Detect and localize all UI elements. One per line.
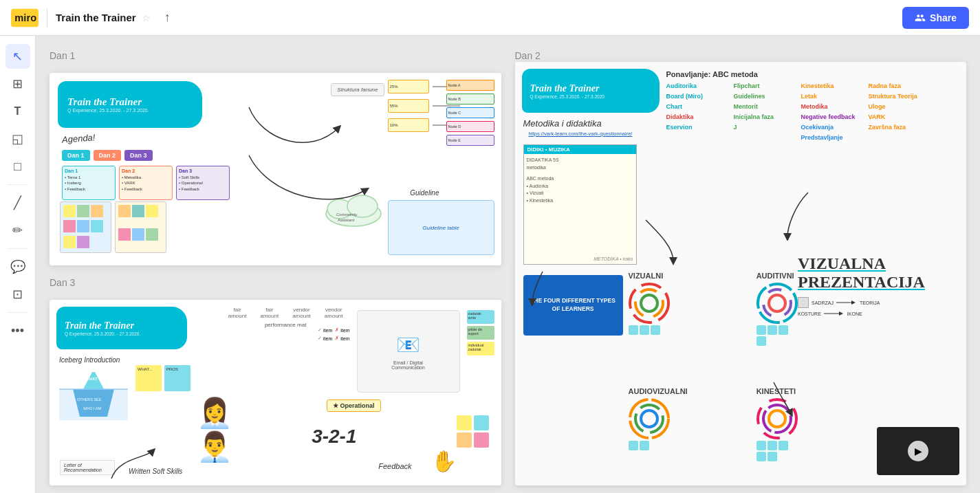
note-tool[interactable]: ◱ xyxy=(6,127,30,151)
canvas-area[interactable]: Dan 1 Train the Trainer Q Experience, 25… xyxy=(36,36,980,493)
dan3-feedback-stickies xyxy=(457,415,494,448)
main-area: ↖ ⊞ T ◱ □ ╱ ✏ 💬 ⊡ ••• Dan 1 xyxy=(0,36,980,493)
dan1-agenda: Agenda! xyxy=(62,132,96,144)
dan1-content: Train the Trainer Q Experience, 25.3.202… xyxy=(50,73,501,265)
dan3-perf-header: fairamount fairamount vendoramount vendo… xyxy=(228,307,343,328)
dan3-email-area: 📧 Email / DigitalCommunication xyxy=(357,310,460,393)
line-tool[interactable]: ╱ xyxy=(6,190,30,215)
dan2-abc: Ponavljanje: ABC metoda xyxy=(666,70,758,78)
sticky-cluster-2 xyxy=(115,201,166,253)
learner-kinesteti: KINESTETI xyxy=(756,387,816,461)
kw-guidelines: Guidelines xyxy=(734,93,796,100)
dan3-title: Train the Trainer xyxy=(65,320,179,331)
star-icon[interactable]: ☆ xyxy=(142,12,151,23)
pen-tool[interactable]: ✏ xyxy=(6,218,30,243)
dan2-links: https://vark-learn.com/the-vark-question… xyxy=(529,131,633,137)
day-tag-1: Dan 1 xyxy=(62,150,90,161)
svg-text:WHO I AM: WHO I AM xyxy=(83,406,101,410)
dan1-title: Train the Trainer xyxy=(67,96,193,108)
dan2-viz-title: VIZUALNA PREZENTACIJA xyxy=(798,254,956,292)
header-divider xyxy=(47,8,47,28)
kw-predstavljanje: Predstavljanje xyxy=(801,134,863,141)
export-button[interactable]: ↑ xyxy=(164,10,171,25)
dan2-link-1[interactable]: https://vark-learn.com/the-vark-question… xyxy=(529,131,633,137)
header-title-area: Train the Trainer ☆ ↑ xyxy=(56,10,171,25)
svg-point-25 xyxy=(641,410,657,427)
share-button[interactable]: Share xyxy=(902,7,969,29)
kw-negative-feedback: Negative feedback xyxy=(801,113,863,120)
dan2-methods: Metodika i didaktika xyxy=(523,118,602,129)
dan3-board[interactable]: Train the Trainer Q Experience, 25.3.202… xyxy=(50,300,501,485)
kw-ocekivanja: Ocekivanja xyxy=(801,124,863,131)
svg-text:WHAT: WHAT xyxy=(85,377,98,381)
select-tool[interactable]: ↖ xyxy=(6,44,30,69)
svg-point-28 xyxy=(769,410,785,427)
more-tools[interactable]: ••• xyxy=(6,318,30,343)
kw-vark: VARK xyxy=(869,113,930,120)
dan3-right-stickies: zadatakwrite pišite desuport individualz… xyxy=(467,310,494,355)
comment-tool[interactable]: 💬 xyxy=(6,254,30,279)
dan3-feedback: Feedback xyxy=(378,462,411,470)
video-play-button[interactable]: ▶ xyxy=(908,441,928,461)
shape-tool[interactable]: □ xyxy=(6,154,30,179)
kw-mentorit: Mentorit xyxy=(734,103,796,110)
dan2-title: Train the Trainer xyxy=(530,83,651,94)
kw-auditorika: Auditorika xyxy=(666,83,728,89)
dan1-board[interactable]: Train the Trainer Q Experience, 25.3.202… xyxy=(50,73,501,265)
svg-text:Community: Community xyxy=(336,212,357,217)
dan2-vark-types: VIZUALNI xyxy=(629,272,816,461)
dan3-iceberg-label: Iceberg Introduction xyxy=(59,356,120,364)
kw-kinestetika: Kinestetika xyxy=(801,83,863,89)
left-column: Dan 1 Train the Trainer Q Experience, 25… xyxy=(50,50,501,485)
dan3-subtitle: Q Experience, 25.3.2020. - 27.3.2020. xyxy=(65,331,179,336)
dan2-video-thumb[interactable]: ▶ xyxy=(877,427,959,475)
kw-flipchart: Flipchart xyxy=(734,83,796,89)
dan3-section-label: Dan 3 xyxy=(50,276,501,289)
svg-point-22 xyxy=(769,295,785,311)
dan2-learners-card: THE FOUR DIFFERENT TYPES OF LEARNERS xyxy=(523,275,623,336)
kw-struktura: Struktura Teorija xyxy=(869,93,930,100)
dan2-viz-prezentacija: VIZUALNA PREZENTACIJA SADRZAJ TEORIJA xyxy=(798,254,956,317)
dan1-guideline: Guideline table xyxy=(388,200,494,255)
dan1-cloud: Community Assistant xyxy=(323,190,384,228)
dan2-arrow xyxy=(639,213,680,268)
kw-didaktika: Didaktika xyxy=(666,113,728,120)
sidebar: ↖ ⊞ T ◱ □ ╱ ✏ 💬 ⊡ ••• xyxy=(0,36,36,493)
dan1-section-label: Dan 1 xyxy=(50,50,501,62)
dan1-brush-header: Train the Trainer Q Experience, 25.3.202… xyxy=(58,81,202,128)
dan3-iceberg-notes: WHAT... PROS xyxy=(135,365,190,391)
dan2-content: Train the Trainer Q Experience, 25.3.202… xyxy=(515,62,967,485)
text-tool[interactable]: T xyxy=(6,99,30,124)
right-column: Dan 2 Train the Trainer Q Experience, 25… xyxy=(515,50,967,485)
learner-audiovizualni: AUDIOVIZUALNI xyxy=(629,387,688,461)
dan2-board[interactable]: Train the Trainer Q Experience, 25.3.202… xyxy=(515,62,967,485)
dan2-subtitle: Q Experience, 25.3.2020. - 27.3.2020. xyxy=(530,94,651,99)
boards-layout: Dan 1 Train the Trainer Q Experience, 25… xyxy=(50,50,966,479)
share-icon xyxy=(915,12,926,23)
dan3-perf-checks: ✓ item ✗ item ✓ item ✗ item xyxy=(318,327,349,341)
kw-chart: Chart xyxy=(666,103,728,110)
kw-eservion: Eservion xyxy=(666,124,728,131)
day-tag-3: Dan 3 xyxy=(124,150,153,161)
dan1-guideline-label: Guideline xyxy=(410,189,439,197)
svg-text:miro: miro xyxy=(14,12,36,23)
learner-vizualni: VIZUALNI xyxy=(629,272,688,346)
kw-inicijalna: Inicijalna faza xyxy=(734,113,796,120)
sidebar-divider xyxy=(8,184,28,185)
dan1-day-tags: Dan 1 Dan 2 Dan 3 xyxy=(62,150,153,161)
sticky-cluster-1 xyxy=(60,201,111,253)
dan3-brush-header: Train the Trainer Q Experience, 25.3.202… xyxy=(56,307,187,349)
grid-tool[interactable]: ⊞ xyxy=(6,72,30,96)
frame-tool[interactable]: ⊡ xyxy=(6,282,30,307)
kw-uloge: Uloge xyxy=(869,103,930,110)
svg-point-19 xyxy=(641,295,657,311)
svg-text:OTHERS SEE: OTHERS SEE xyxy=(77,397,102,402)
dan1-sticky-groups xyxy=(60,201,166,253)
dan2-didaktika-box: DIDIKI • MUZIKA DIDAKTIKA 5S metodika AB… xyxy=(523,144,637,265)
kw-board: Board (Miro) xyxy=(666,93,728,100)
header: miro Train the Trainer ☆ ↑ Share xyxy=(0,0,980,36)
kw-metodika: Metodika xyxy=(801,103,863,110)
dan1-box-1: Dan 1 • Tema 1• Iceberg• Feedback xyxy=(62,166,116,200)
sidebar-divider2 xyxy=(8,248,28,249)
dan3-321: 3-2-1 xyxy=(312,426,356,448)
